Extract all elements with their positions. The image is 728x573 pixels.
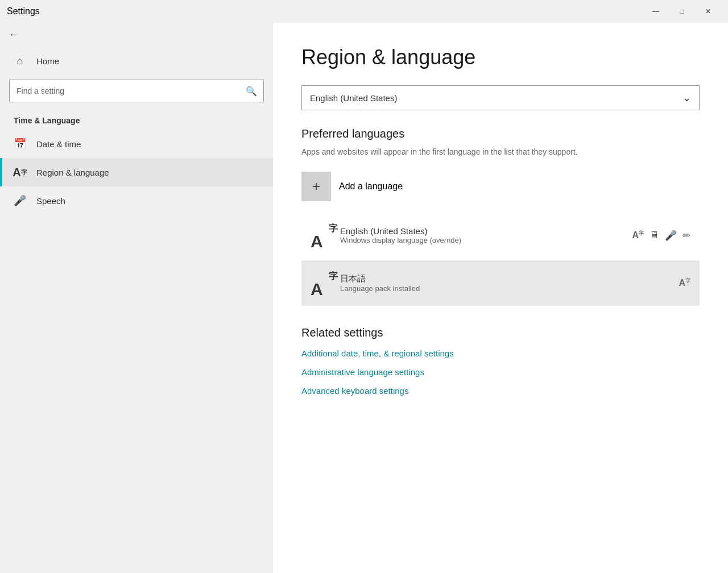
language-item-en-us[interactable]: A 字 English (United States) Windows disp… [301,213,700,258]
home-icon: ⌂ [14,55,26,67]
sidebar-item-date-time[interactable]: 📅 Date & time [0,130,273,158]
sidebar-item-home[interactable]: ⌂ Home [0,47,273,75]
speech-label: Speech [36,196,65,206]
en-us-lang-icon: A 字 [311,221,340,250]
handwriting-icon: ✏ [682,230,690,242]
preferred-languages-title: Preferred languages [301,127,700,140]
minimize-button[interactable]: — [643,2,669,20]
advanced-keyboard-link[interactable]: Advanced keyboard settings [301,386,700,396]
ja-info: 日本語 Language pack installed [340,273,679,293]
home-label: Home [36,56,59,66]
sidebar-item-speech[interactable]: 🎤 Speech [0,186,273,215]
display-language-icon: 🖥 [650,230,659,241]
settings-title: Settings [7,6,40,16]
en-us-info: English (United States) Windows display … [340,226,632,244]
date-time-icon: 📅 [14,138,26,150]
ja-status: Language pack installed [340,284,679,293]
search-icon: 🔍 [246,86,257,97]
add-language-label: Add a language [339,181,403,192]
search-container: 🔍 [9,80,264,102]
search-input[interactable] [9,80,264,102]
back-button[interactable]: ← [0,23,273,47]
sidebar: ← ⌂ Home 🔍 Time & Language 📅 Date & time… [0,23,273,573]
preferred-languages-desc: Apps and websites will appear in the fir… [301,146,700,158]
app-container: ← ⌂ Home 🔍 Time & Language 📅 Date & time… [0,23,728,573]
language-item-ja[interactable]: A 字 日本語 Language pack installed A字 [301,260,700,306]
sidebar-item-region-language[interactable]: A字 Region & language [0,158,273,186]
country-value: English (United States) [310,93,397,103]
maximize-button[interactable]: □ [669,2,695,20]
back-icon: ← [9,30,18,40]
ja-badges: A字 [679,277,690,288]
add-icon: + [301,172,331,201]
page-title: Region & language [301,45,700,69]
ja-name: 日本語 [340,273,679,284]
speech-recognition-icon: 🎤 [665,230,677,242]
ja-lang-icon: A 字 [311,268,340,298]
sidebar-section-label: Time & Language [0,111,273,130]
close-button[interactable]: ✕ [695,2,721,20]
add-language-button[interactable]: + Add a language [301,169,700,204]
text-to-speech-icon: A字 [632,230,644,240]
region-language-icon: A字 [14,166,26,178]
region-language-label: Region & language [36,168,109,177]
additional-date-time-link[interactable]: Additional date, time, & regional settin… [301,348,700,358]
country-dropdown[interactable]: English (United States) ⌄ [301,85,700,110]
window-controls: — □ ✕ [643,2,721,20]
date-time-label: Date & time [36,139,81,149]
en-us-name: English (United States) [340,226,632,236]
chevron-down-icon: ⌄ [682,92,691,104]
en-us-status: Windows display language (override) [340,236,632,244]
content-area: Region & language English (United States… [273,23,728,573]
en-us-badges: A字 🖥 🎤 ✏ [632,230,690,242]
speech-icon: 🎤 [14,194,26,207]
related-settings-title: Related settings [301,326,700,339]
titlebar: Settings — □ ✕ [0,0,728,23]
ja-text-icon: A字 [679,277,690,288]
administrative-language-link[interactable]: Administrative language settings [301,367,700,377]
